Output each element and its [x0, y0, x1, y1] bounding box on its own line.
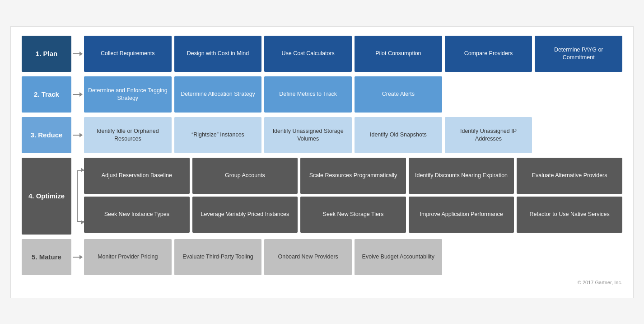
optimize-label: 4. Optimize: [22, 158, 71, 235]
copyright: © 2017 Gartner, Inc.: [22, 280, 622, 285]
reduce-card-6: [535, 117, 622, 153]
svg-marker-1: [79, 52, 83, 56]
optimize-r2-card-2: Leverage Variably Priced Instances: [192, 197, 298, 233]
reduce-card-1: Identify Idle or Orphaned Resources: [84, 117, 172, 153]
track-label: 2. Track: [22, 76, 71, 113]
track-cards: Determine and Enforce Tagging Strategy D…: [84, 76, 622, 113]
mature-cards: Monitor Provider Pricing Evaluate Third-…: [84, 239, 622, 275]
svg-marker-3: [79, 92, 83, 97]
mature-card-6: [535, 239, 622, 275]
optimize-cards-area: Adjust Reservation Baseline Group Accoun…: [84, 158, 622, 235]
optimize-row: 4. Optimize Adjust Reservation Baseline …: [22, 158, 622, 235]
plan-card-2: Design with Cost in Mind: [174, 36, 262, 72]
mature-arrow: [71, 254, 84, 261]
reduce-card-4: Identify Old Snapshots: [355, 117, 442, 153]
reduce-card-2: “Rightsize” Instances: [174, 117, 262, 153]
track-card-6: [535, 76, 622, 113]
mature-row: 5. Mature Monitor Provider Pricing Evalu…: [22, 239, 622, 275]
optimize-r2-card-4: Improve Application Performance: [409, 197, 514, 233]
plan-label: 1. Plan: [22, 36, 71, 72]
fork-arrow-top: [81, 168, 84, 172]
mature-card-1: Monitor Provider Pricing: [84, 239, 172, 275]
plan-cards: Collect Requirements Design with Cost in…: [84, 36, 622, 72]
optimize-r1-card-4: Identify Discounts Nearing Expiration: [409, 158, 514, 194]
plan-card-4: Pilot Consumption: [355, 36, 442, 72]
mature-label: 5. Mature: [22, 239, 71, 275]
track-card-4: Create Alerts: [355, 76, 442, 113]
optimize-fork-arrows: [71, 158, 84, 235]
optimize-r2-card-3: Seek New Storage Tiers: [300, 197, 406, 233]
fork-arrow-bottom: [81, 220, 84, 225]
optimize-r1-card-2: Group Accounts: [192, 158, 298, 194]
mature-card-5: [445, 239, 532, 275]
reduce-card-5: Identify Unassigned IP Addresses: [445, 117, 532, 153]
track-arrow: [71, 91, 84, 98]
plan-row: 1. Plan Collect Requirements Design with…: [22, 36, 622, 72]
fork-line-vertical: [77, 170, 78, 222]
diagram-container: 1. Plan Collect Requirements Design with…: [10, 26, 634, 298]
reduce-label: 3. Reduce: [22, 117, 71, 153]
mature-card-3: Onboard New Providers: [264, 239, 352, 275]
reduce-arrow: [71, 131, 84, 139]
optimize-r1-card-5: Evaluate Alternative Providers: [517, 158, 622, 194]
svg-marker-7: [79, 255, 83, 259]
optimize-row-2: Seek New Instance Types Leverage Variabl…: [84, 197, 622, 233]
plan-card-1: Collect Requirements: [84, 36, 172, 72]
optimize-r2-card-1: Seek New Instance Types: [84, 197, 190, 233]
track-card-2: Determine Allocation Strategy: [174, 76, 262, 113]
plan-arrow: [71, 50, 84, 57]
plan-card-3: Use Cost Calculators: [264, 36, 352, 72]
reduce-card-3: Identify Unassigned Storage Volumes: [264, 117, 352, 153]
optimize-r1-card-3: Scale Resources Programmatically: [300, 158, 406, 194]
reduce-cards: Identify Idle or Orphaned Resources “Rig…: [84, 117, 622, 153]
track-card-1: Determine and Enforce Tagging Strategy: [84, 76, 172, 113]
track-card-3: Define Metrics to Track: [264, 76, 352, 113]
reduce-row: 3. Reduce Identify Idle or Orphaned Reso…: [22, 117, 622, 153]
track-row: 2. Track Determine and Enforce Tagging S…: [22, 76, 622, 113]
track-card-5: [445, 76, 532, 113]
optimize-r1-card-1: Adjust Reservation Baseline: [84, 158, 190, 194]
mature-card-4: Evolve Budget Accountability: [355, 239, 442, 275]
plan-card-6: Determine PAYG or Commitment: [535, 36, 622, 72]
plan-card-5: Compare Providers: [445, 36, 532, 72]
mature-card-2: Evaluate Third-Party Tooling: [174, 239, 262, 275]
svg-marker-5: [79, 133, 83, 137]
optimize-r2-card-5: Refactor to Use Native Services: [517, 197, 622, 233]
optimize-row-1: Adjust Reservation Baseline Group Accoun…: [84, 158, 622, 194]
